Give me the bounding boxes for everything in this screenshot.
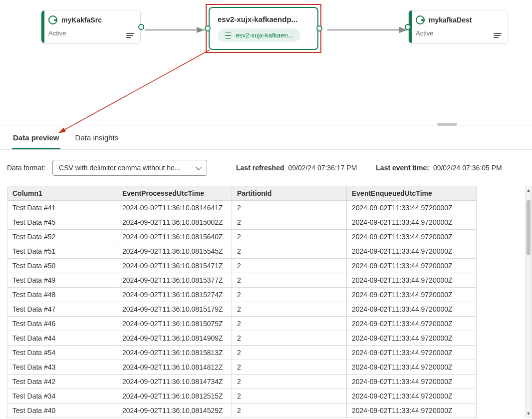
node-in-port[interactable] bbox=[405, 24, 411, 30]
table-cell: Test Data #51 bbox=[7, 244, 117, 259]
node-transform[interactable]: esv2-xujx-kafkaendp... esv2-xujx-kafkaen… bbox=[209, 7, 318, 50]
node-selection-highlight: esv2-xujx-kafkaendp... esv2-xujx-kafkaen… bbox=[206, 4, 321, 53]
last-refreshed-label: Last refreshed bbox=[236, 164, 284, 172]
table-row[interactable]: Test Data #412024-09-02T11:36:10.0814641… bbox=[7, 201, 477, 215]
table-cell: 2024-09-02T11:33:44.9720000Z bbox=[347, 244, 477, 259]
column-header[interactable]: EventEnqueuedUtcTime bbox=[347, 186, 477, 201]
node-out-port[interactable] bbox=[138, 24, 144, 30]
table-cell: 2 bbox=[232, 244, 347, 259]
node-source[interactable]: myKakfaSrc Active bbox=[41, 10, 141, 43]
table-row[interactable]: Test Data #452024-09-02T11:36:10.0815002… bbox=[7, 215, 477, 230]
table-cell: Test Data #47 bbox=[7, 302, 117, 317]
table-cell: 2 bbox=[232, 273, 347, 288]
table-cell: 2024-09-02T11:36:10.0814529Z bbox=[117, 404, 232, 418]
svg-line-2 bbox=[59, 50, 210, 133]
table-cell: 2024-09-02T11:36:10.0815079Z bbox=[117, 317, 232, 331]
table-row[interactable]: Test Data #472024-09-02T11:36:10.0815179… bbox=[7, 302, 477, 317]
table-cell: Test Data #46 bbox=[7, 317, 117, 331]
table-cell: 2 bbox=[232, 360, 347, 375]
table-cell: 2024-09-02T11:36:10.0814734Z bbox=[117, 375, 232, 389]
last-event-label: Last event time: bbox=[376, 164, 429, 172]
node-menu-button[interactable] bbox=[126, 33, 134, 38]
table-cell: 2 bbox=[232, 288, 347, 302]
last-refreshed: Last refreshed 09/02/24 07:36:17 PM bbox=[236, 164, 357, 172]
data-format-label: Data format: bbox=[7, 164, 45, 172]
data-format-value: CSV with delimiter comma without he... bbox=[59, 164, 181, 172]
annotation-arrow bbox=[55, 48, 220, 138]
table-row[interactable]: Test Data #542024-09-02T11:36:10.0815813… bbox=[7, 346, 477, 360]
table-cell: 2 bbox=[232, 259, 347, 273]
table-cell: 2 bbox=[232, 375, 347, 389]
table-row[interactable]: Test Data #462024-09-02T11:36:10.0815079… bbox=[7, 317, 477, 331]
table-cell: 2024-09-02T11:36:10.0812515Z bbox=[117, 389, 232, 404]
tab-data-insights[interactable]: Data insights bbox=[74, 133, 120, 149]
table-row[interactable]: Test Data #422024-09-02T11:36:10.0814734… bbox=[7, 375, 477, 389]
connector-mid-dest bbox=[327, 25, 412, 35]
table-row[interactable]: Test Data #512024-09-02T11:36:10.0815545… bbox=[7, 244, 477, 259]
node-dest[interactable]: mykafkaDest Active bbox=[408, 10, 508, 43]
table-cell: 2 bbox=[232, 201, 347, 215]
node-status: Active bbox=[48, 29, 133, 37]
table-cell: 2024-09-02T11:33:44.9720000Z bbox=[347, 346, 477, 360]
table-cell: 2024-09-02T11:36:10.0814909Z bbox=[117, 331, 232, 346]
panel-divider[interactable] bbox=[0, 125, 532, 125]
table-cell: 2024-09-02T11:33:44.9720000Z bbox=[347, 331, 477, 346]
table-row[interactable]: Test Data #342024-09-02T11:36:10.0812515… bbox=[7, 389, 477, 404]
table-cell: 2024-09-02T11:36:10.0815813Z bbox=[117, 346, 232, 360]
table-cell: 2024-09-02T11:36:10.0815640Z bbox=[117, 230, 232, 244]
node-title: esv2-xujx-kafkaendp... bbox=[218, 15, 309, 23]
table-cell: 2024-09-02T11:36:10.0815471Z bbox=[117, 259, 232, 273]
tab-data-preview[interactable]: Data preview bbox=[12, 133, 60, 149]
table-cell: Test Data #48 bbox=[7, 288, 117, 302]
table-cell: Test Data #52 bbox=[7, 230, 117, 244]
node-in-port[interactable] bbox=[205, 25, 211, 31]
data-preview-table-wrap: Column1EventProcessedUtcTimePartitionIdE… bbox=[7, 186, 525, 418]
table-cell: Test Data #50 bbox=[7, 259, 117, 273]
pipeline-canvas[interactable]: myKakfaSrc Active esv2-xujx-kafkaendp...… bbox=[0, 0, 532, 125]
column-header[interactable]: PartitionId bbox=[232, 186, 347, 201]
table-cell: 2024-09-02T11:36:10.0815179Z bbox=[117, 302, 232, 317]
table-cell: 2024-09-02T11:33:44.9720000Z bbox=[347, 230, 477, 244]
table-row[interactable]: Test Data #442024-09-02T11:36:10.0814909… bbox=[7, 331, 477, 346]
table-cell: 2024-09-02T11:33:44.9720000Z bbox=[347, 404, 477, 418]
data-preview-table: Column1EventProcessedUtcTimePartitionIdE… bbox=[7, 186, 477, 418]
vertical-scrollbar[interactable]: ▲ ▼ bbox=[525, 186, 532, 418]
table-cell: Test Data #49 bbox=[7, 273, 117, 288]
eventstream-icon bbox=[225, 32, 232, 39]
table-row[interactable]: Test Data #522024-09-02T11:36:10.0815640… bbox=[7, 230, 477, 244]
connector-src-mid bbox=[145, 25, 210, 35]
table-row[interactable]: Test Data #502024-09-02T11:36:10.0815471… bbox=[7, 259, 477, 273]
table-row[interactable]: Test Data #492024-09-02T11:36:10.0815377… bbox=[7, 273, 477, 288]
table-cell: 2024-09-02T11:36:10.0814812Z bbox=[117, 360, 232, 375]
column-header[interactable]: EventProcessedUtcTime bbox=[117, 186, 232, 201]
table-cell: 2024-09-02T11:33:44.9720000Z bbox=[347, 201, 477, 215]
table-cell: 2024-09-02T11:33:44.9720000Z bbox=[347, 317, 477, 331]
drag-handle-icon[interactable] bbox=[437, 123, 457, 126]
table-cell: 2 bbox=[232, 404, 347, 418]
chevron-down-icon bbox=[196, 165, 201, 170]
table-row[interactable]: Test Data #482024-09-02T11:36:10.0815274… bbox=[7, 288, 477, 302]
table-row[interactable]: Test Data #402024-09-02T11:36:10.0814529… bbox=[7, 404, 477, 418]
scroll-up-icon[interactable]: ▲ bbox=[526, 186, 532, 194]
scroll-thumb[interactable] bbox=[527, 200, 531, 255]
node-menu-button[interactable] bbox=[494, 33, 502, 38]
table-cell: 2 bbox=[232, 317, 347, 331]
table-cell: 2024-09-02T11:33:44.9720000Z bbox=[347, 389, 477, 404]
table-cell: 2024-09-02T11:36:10.0815377Z bbox=[117, 273, 232, 288]
table-cell: Test Data #45 bbox=[7, 215, 117, 230]
data-format-select[interactable]: CSV with delimiter comma without he... bbox=[52, 160, 207, 176]
node-out-port[interactable] bbox=[316, 25, 322, 31]
table-cell: Test Data #54 bbox=[7, 346, 117, 360]
node-chip[interactable]: esv2-xujx-kafkaen... bbox=[218, 28, 300, 42]
stream-out-icon bbox=[416, 15, 425, 24]
table-cell: 2024-09-02T11:33:44.9720000Z bbox=[347, 215, 477, 230]
scroll-down-icon[interactable]: ▼ bbox=[526, 410, 532, 418]
last-event-time: Last event time: 09/02/24 07:36:05 PM bbox=[376, 164, 502, 172]
preview-toolbar: Data format: CSV with delimiter comma wi… bbox=[0, 150, 532, 186]
table-cell: 2024-09-02T11:33:44.9720000Z bbox=[347, 288, 477, 302]
table-cell: Test Data #41 bbox=[7, 201, 117, 215]
node-title: myKakfaSrc bbox=[61, 16, 102, 24]
column-header[interactable]: Column1 bbox=[7, 186, 117, 201]
table-row[interactable]: Test Data #432024-09-02T11:36:10.0814812… bbox=[7, 360, 477, 375]
table-cell: 2024-09-02T11:36:10.0815545Z bbox=[117, 244, 232, 259]
